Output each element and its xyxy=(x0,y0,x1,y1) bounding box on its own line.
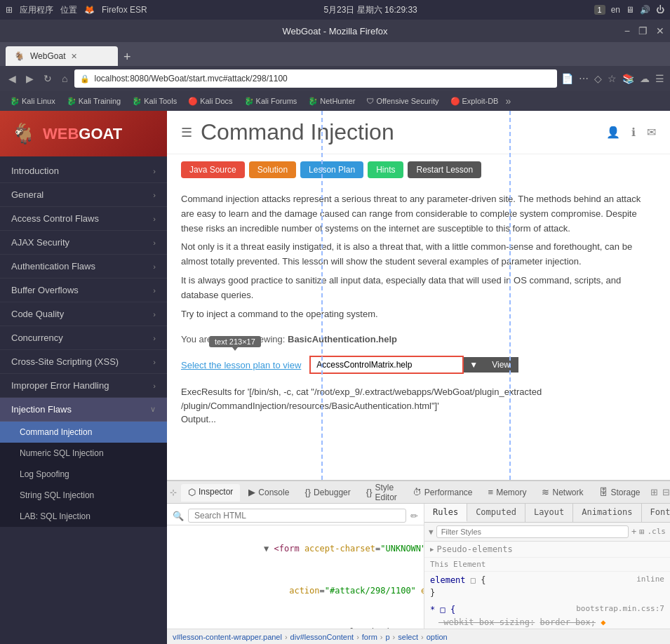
exec-results: ExecResults for '[/bin/sh, -c, cat "/roo… xyxy=(167,380,670,432)
forward-button[interactable]: ▶ xyxy=(23,72,36,86)
os-grid-icon[interactable]: ⊞ xyxy=(6,5,13,15)
styles-tab-fonts[interactable]: Fonts xyxy=(642,504,670,522)
help-file-input[interactable] xyxy=(309,356,464,374)
more-icon[interactable]: ⋯ xyxy=(579,73,589,84)
sidebar-item-auth-flaws[interactable]: Authentication Flaws › xyxy=(0,255,167,279)
sidebar-item-injection-flaws[interactable]: Injection Flaws ∨ xyxy=(0,398,167,422)
lesson-plan-button[interactable]: Lesson Plan xyxy=(300,161,363,178)
breadcrumb-item[interactable]: v#lesson-content-wrapper.panel xyxy=(173,633,282,641)
win-close[interactable]: ✕ xyxy=(656,25,664,36)
breadcrumb-item[interactable]: select xyxy=(398,633,418,641)
devtools-tab-storage[interactable]: 🗄 Storage xyxy=(592,484,648,500)
home-button[interactable]: ⌂ xyxy=(59,72,70,86)
view-button[interactable]: View xyxy=(483,357,518,373)
hints-button[interactable]: Hints xyxy=(368,161,403,178)
url-box[interactable]: 🔒 localhost:8080/WebGoat/start.mvc#attac… xyxy=(74,69,557,88)
back-button[interactable]: ◀ xyxy=(6,72,19,86)
pencil-icon[interactable]: ✏ xyxy=(410,511,418,521)
kali-linux-icon: 🐉 xyxy=(10,97,20,106)
sidebar-subitem-log-spoofing[interactable]: Log Spoofing xyxy=(0,464,167,485)
os-datetime: 5月23日 星期六 16:29:33 xyxy=(156,4,586,16)
new-tab-button[interactable]: + xyxy=(118,50,137,65)
filter-styles-input[interactable] xyxy=(436,525,629,538)
webgoat-logo-icon: 🐐 xyxy=(11,122,36,145)
sidebar-subitem-string-sql[interactable]: String SQL Injection xyxy=(0,485,167,506)
styles-tab-animations[interactable]: Animations xyxy=(573,504,641,522)
devtools-pick-icon[interactable]: ⊹ xyxy=(170,488,177,497)
sidebar-item-ajax-security[interactable]: AJAX Security › xyxy=(0,231,167,255)
sidebar-item-concurrency[interactable]: Concurrency › xyxy=(0,326,167,350)
bookmark-exploit-db[interactable]: 🔴 Exploit-DB xyxy=(446,95,503,107)
os-bar: ⊞ 应用程序 位置 🦊 Firefox ESR 5月23日 星期六 16:29:… xyxy=(0,0,670,20)
hamburger-icon[interactable]: ☰ xyxy=(181,125,192,140)
styles-tab-computed[interactable]: Computed xyxy=(467,504,525,522)
devtools-tab-console[interactable]: ▶ Console xyxy=(241,484,296,500)
bookmarks-more-button[interactable]: » xyxy=(505,95,511,107)
java-source-button[interactable]: Java Source xyxy=(181,161,245,178)
sidebar-item-xss[interactable]: Cross-Site Scripting (XSS) › xyxy=(0,350,167,374)
browser-tab[interactable]: 🐐 WebGoat ✕ xyxy=(6,46,118,66)
restart-lesson-button[interactable]: Restart Lesson xyxy=(408,161,481,178)
bookmark-offensive-security[interactable]: 🛡 Offensive Security xyxy=(362,95,443,107)
html-search-input[interactable] xyxy=(188,509,406,523)
reader-icon[interactable]: 📄 xyxy=(561,73,573,84)
bookmark-icon[interactable]: ☆ xyxy=(608,73,617,84)
devtools-tab-style-editor[interactable]: {} Style Editor xyxy=(359,480,404,505)
menu-icon[interactable]: ☰ xyxy=(655,73,664,84)
url-text[interactable]: localhost:8080/WebGoat/start.mvc#attack/… xyxy=(94,74,551,83)
add-rule-icon[interactable]: + xyxy=(631,527,636,537)
devtools-tab-label: Inspector xyxy=(199,487,233,497)
breadcrumb-item[interactable]: p xyxy=(385,633,389,641)
breadcrumb-item[interactable]: form xyxy=(362,633,377,641)
inspector-icon: ⬡ xyxy=(188,487,196,497)
devtools-tab-debugger[interactable]: {} Debugger xyxy=(297,484,357,500)
picker-icon[interactable]: ⊞ xyxy=(639,527,644,537)
sidebar-item-code-quality[interactable]: Code Quality › xyxy=(0,302,167,326)
solution-button[interactable]: Solution xyxy=(249,161,296,178)
pocket-icon[interactable]: ◇ xyxy=(594,73,602,84)
breadcrumb-item[interactable]: option xyxy=(427,633,448,641)
styles-tab-rules[interactable]: Rules xyxy=(424,504,467,522)
styles-tab-layout[interactable]: Layout xyxy=(525,504,573,522)
devtools-tab-memory[interactable]: ≡ Memory xyxy=(481,484,534,500)
sidebar-item-label: Concurrency xyxy=(11,333,63,343)
bookmark-kali-forums[interactable]: 🐉 Kali Forums xyxy=(240,95,302,107)
sidebar-item-error-handling[interactable]: Improper Error Handling › xyxy=(0,374,167,398)
os-location-label[interactable]: 位置 xyxy=(60,4,77,16)
lesson-plan-link[interactable]: Select the lesson plan to view xyxy=(181,360,301,370)
devtools-tab-inspector[interactable]: ⬡ Inspector xyxy=(181,484,240,502)
sidebar-item-general[interactable]: General › xyxy=(0,183,167,207)
win-maximize[interactable]: ❐ xyxy=(638,25,648,36)
chevron-right-icon: › xyxy=(153,286,156,295)
bookmark-kali-linux[interactable]: 🐉 Kali Linux xyxy=(6,95,60,107)
tab-close-button[interactable]: ✕ xyxy=(71,52,77,61)
chevron-right-icon: › xyxy=(153,382,156,390)
pseudo-elements-row[interactable]: ▶ Pseudo-elements xyxy=(424,542,670,558)
sidebar-item-introduction[interactable]: Introduction › xyxy=(0,159,167,183)
devtools-responsive-icon[interactable]: ⊞ xyxy=(650,487,658,497)
sidebar-item-access-control[interactable]: Access Control Flaws › xyxy=(0,207,167,231)
win-minimize[interactable]: − xyxy=(624,25,630,36)
bookmark-kali-tools[interactable]: 🐉 Kali Tools xyxy=(128,95,181,107)
chevron-right-icon: › xyxy=(153,334,156,342)
dropdown-button[interactable]: ▼ xyxy=(464,357,483,373)
sidebar-subitem-numeric-sql[interactable]: Numeric SQL Injection xyxy=(0,443,167,464)
library-icon[interactable]: 📚 xyxy=(622,73,634,84)
sidebar-item-buffer-overflows[interactable]: Buffer Overflows › xyxy=(0,279,167,302)
bookmark-nethunter[interactable]: 🐉 NetHunter xyxy=(304,95,359,107)
devtools-tab-performance[interactable]: ⏱ Performance xyxy=(406,484,480,500)
breadcrumb-item[interactable]: div#lessonContent xyxy=(290,633,354,641)
bookmark-kali-docs[interactable]: 🔴 Kali Docs xyxy=(184,95,236,107)
bookmark-kali-training[interactable]: 🐉 Kali Training xyxy=(62,95,126,107)
os-apps-label[interactable]: 应用程序 xyxy=(20,4,53,16)
reload-button[interactable]: ↻ xyxy=(41,72,55,86)
sidebar-subitem-command-injection[interactable]: Command Injection xyxy=(0,422,167,443)
sync-icon[interactable]: ☁ xyxy=(640,73,650,84)
user-icon[interactable]: 👤 xyxy=(606,126,620,139)
mail-icon[interactable]: ✉ xyxy=(647,126,656,139)
devtools-tab-network[interactable]: ≋ Network xyxy=(535,484,590,500)
sidebar-subitem-lab-sql[interactable]: LAB: SQL Injection xyxy=(0,506,167,527)
window-controls[interactable]: − ❐ ✕ xyxy=(624,25,664,36)
info-icon[interactable]: ℹ xyxy=(631,126,636,139)
devtools-pick-elem-icon[interactable]: ⊟ xyxy=(662,487,670,497)
